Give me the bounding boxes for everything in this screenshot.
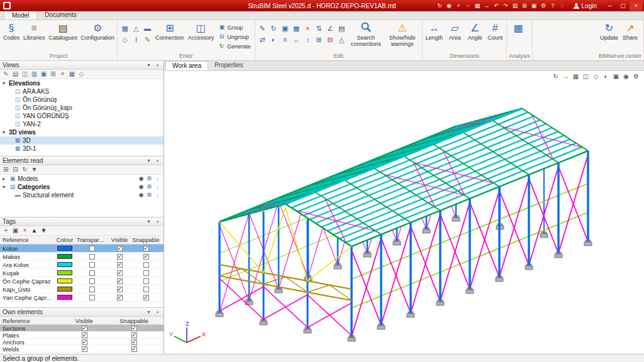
elements-row-models[interactable]: ▸▣Models◉⚙↓ [0,175,164,183]
beam-button[interactable]: I [131,35,142,45]
colour-swatch[interactable] [57,254,72,259]
render-mode-icon[interactable]: ◐ [602,72,610,80]
accessory-button[interactable]: ◫Accessory [187,21,216,41]
download-icon[interactable]: ↓ [154,192,161,199]
plate-button[interactable]: ▬ [142,23,153,33]
pan-icon[interactable]: ↔ [483,2,491,10]
area-button[interactable]: ▱Area [445,21,464,41]
viewport-3d[interactable]: ZYX ↻↔▦◫◇◐▣◉⚙ [164,71,644,354]
generate-button[interactable]: ↻Generate [216,41,253,51]
move-up-icon[interactable]: ▲ [30,227,38,235]
tree-arrow-icon[interactable]: ▾ [3,184,9,190]
section-view-icon[interactable]: ◫ [21,70,29,79]
snappable-checkbox[interactable] [143,287,149,292]
tag-row-kolon[interactable]: Kolon [0,244,164,253]
close-icon[interactable]: × [154,218,161,225]
pan-view-icon[interactable]: ↔ [562,72,570,80]
chevron-down-icon[interactable]: ▾ [3,80,9,86]
camera-icon[interactable]: ◉ [445,2,453,10]
close-icon[interactable]: × [154,62,161,69]
view-3d-icon[interactable]: ▦ [68,70,76,79]
collapse-icon[interactable]: ▾ [145,157,152,164]
layers-icon[interactable]: ▤ [511,2,519,10]
next-view-icon[interactable]: ↷ [502,2,510,10]
transparent-checkbox[interactable] [89,287,95,292]
tab-documents[interactable]: Documents [37,11,84,19]
colour-swatch[interactable] [57,262,72,267]
count-button[interactable]: #Count [486,21,504,41]
elevation-view-icon[interactable]: ▤ [11,70,19,79]
visible-checkbox[interactable] [82,339,87,345]
rotate-button[interactable]: ↻ [269,23,279,33]
own-row-sections[interactable]: Sections [0,325,164,332]
transparent-checkbox[interactable] [89,246,95,251]
view-item-on-gorunus[interactable]: ◫Ön Görünüş [0,96,164,104]
libraries-button[interactable]: ≡Libraries [22,21,47,41]
view-item-3d-1[interactable]: ▦3D-1 [0,145,164,153]
join-button[interactable]: ⊞ [314,35,325,45]
axes-button[interactable]: △ [131,23,142,33]
expand-all-icon[interactable]: ⊞ [2,166,10,174]
settings-icon[interactable]: ⚙ [146,192,153,199]
zoom-in-icon[interactable]: + [455,2,463,10]
tag-row-on-cephe-capraz[interactable]: Ön Cephe Çapraz [0,277,164,285]
colour-swatch[interactable] [57,295,72,300]
maximize-button[interactable]: ▢ [616,1,630,11]
view-item-yan-2[interactable]: ◫YAN-2 [0,120,164,128]
front-view-icon[interactable]: ◫ [582,72,590,80]
own-row-anchors[interactable]: Anchors [0,339,164,346]
previous-view-icon[interactable]: ↶ [492,2,501,10]
tree-group-3d-views[interactable]: ▾3D views [0,128,164,136]
transparent-checkbox[interactable] [89,295,95,300]
snappable-checkbox[interactable] [131,326,137,331]
collapse-icon[interactable]: ▾ [145,62,152,69]
minimize-button[interactable]: ─ [603,1,616,11]
settings-icon[interactable]: ⚙ [146,184,153,190]
visible-checkbox[interactable] [117,246,123,251]
duplicate-tag-icon[interactable]: ▣ [11,227,19,235]
transparent-checkbox[interactable] [89,270,95,276]
zoom-extents-icon[interactable]: ▦ [474,2,482,10]
divide-button[interactable]: ⇅ [314,23,325,33]
share-button[interactable]: ↗Share [621,21,640,41]
search-connections-button[interactable]: Search connections [348,21,384,48]
app-icon[interactable] [3,2,11,9]
login-button[interactable]: Login [568,3,602,9]
grid-view-icon[interactable]: ⊞ [521,2,529,10]
contour-button[interactable]: ◇ [119,35,130,45]
update-button[interactable]: ↻Update [599,21,619,41]
visible-icon[interactable]: ◉ [138,184,145,190]
plan-view-icon[interactable]: ▥ [30,70,38,79]
measure-button[interactable]: ∠ [325,23,336,33]
visible-checkbox[interactable] [117,287,123,292]
tab-properties[interactable]: Properties [208,61,250,70]
snappable-checkbox[interactable] [143,262,149,268]
snappable-checkbox[interactable] [131,339,137,345]
show-hide-warnings-button[interactable]: ⚠Show/hide warnings [385,21,420,48]
new-view-icon[interactable]: ✎ [2,70,10,79]
visible-checkbox[interactable] [82,332,87,338]
snappable-checkbox[interactable] [131,346,137,352]
print-icon[interactable]: ▣ [530,2,538,10]
zoom-out-icon[interactable]: − [464,2,472,10]
visible-checkbox[interactable] [117,270,123,276]
select-button[interactable]: △ [336,35,347,45]
length-button[interactable]: ↔Length [425,21,445,41]
view-item-on-gorunus-kap[interactable]: ◫Ön Görünüş_kapı [0,104,164,112]
tag-row-ara-kolon[interactable]: Ara Kolon [0,261,164,269]
snappable-checkbox[interactable] [143,246,149,251]
section-box-icon[interactable]: ▣ [612,72,620,80]
close-button[interactable]: × [630,1,643,11]
collapse-icon[interactable]: ▾ [145,218,152,225]
analysis-button[interactable]: ▦ [509,21,528,35]
add-tag-icon[interactable]: + [2,227,10,235]
visible-checkbox[interactable] [117,254,123,260]
help-icon[interactable]: ? [549,2,557,10]
duplicate-view-icon[interactable]: ⊞ [49,70,57,79]
iso-view-icon[interactable]: ◇ [592,72,600,80]
visible-icon[interactable]: ◉ [138,192,145,199]
visible-checkbox[interactable] [117,295,123,300]
elements-row-structural-element[interactable]: ▬Structural element◉⚙↓ [0,191,164,199]
visible-checkbox[interactable] [82,346,87,352]
download-icon[interactable]: ↓ [154,184,161,190]
